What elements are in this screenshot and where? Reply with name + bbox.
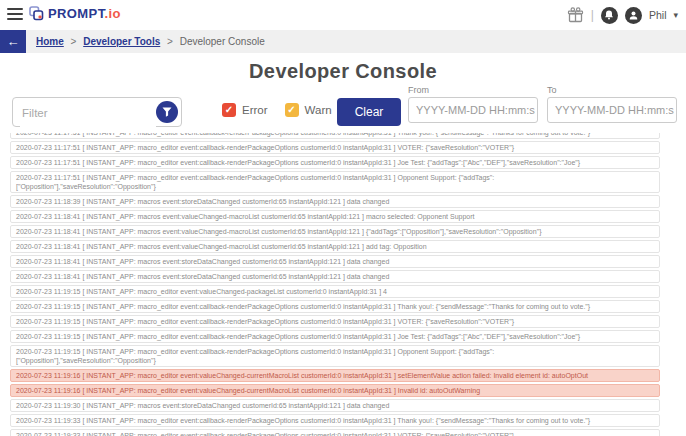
breadcrumb-home[interactable]: Home bbox=[36, 36, 64, 47]
log-row: 2020-07-23 11:18:41 [ INSTANT_APP: macro… bbox=[10, 210, 660, 223]
from-date-input[interactable] bbox=[408, 97, 538, 123]
from-date-field: From bbox=[408, 85, 540, 123]
error-filter-checkbox[interactable]: Error bbox=[222, 103, 268, 117]
log-row: 2020-07-23 11:19:33 [ INSTANT_APP: macro… bbox=[10, 429, 660, 436]
back-arrow-icon: ← bbox=[7, 34, 20, 49]
breadcrumb-separator: > bbox=[71, 36, 77, 47]
filter-input[interactable] bbox=[20, 99, 156, 127]
log-row: 2020-07-23 11:19:16 [ INSTANT_APP: macro… bbox=[10, 369, 660, 382]
clear-button[interactable]: Clear bbox=[337, 98, 401, 126]
error-checkbox-icon bbox=[222, 103, 236, 117]
breadcrumb-developer-tools[interactable]: Developer Tools bbox=[83, 36, 160, 47]
user-avatar-icon[interactable] bbox=[625, 7, 642, 24]
breadcrumb: Home > Developer Tools > Developer Conso… bbox=[36, 30, 265, 53]
breadcrumb-current: Developer Console bbox=[180, 36, 265, 47]
log-row: 2020-07-23 11:19:15 [ INSTANT_APP: macro… bbox=[10, 330, 660, 343]
to-date-input[interactable] bbox=[547, 97, 677, 123]
log-entries: 2020-07-23 11:17:51 [ INSTANT_APP: macro… bbox=[10, 133, 660, 436]
prompt-io-logo[interactable]: PROMPT.io bbox=[29, 6, 121, 21]
top-header: PROMPT.io | bbox=[0, 0, 686, 30]
log-row: 2020-07-23 11:19:15 [ INSTANT_APP: macro… bbox=[10, 345, 660, 367]
log-list[interactable]: 2020-07-23 11:17:51 [ INSTANT_APP: macro… bbox=[10, 133, 660, 436]
log-row: 2020-07-23 11:18:41 [ INSTANT_APP: macro… bbox=[10, 270, 660, 283]
error-checkbox-label: Error bbox=[242, 104, 268, 116]
to-date-field: To bbox=[547, 85, 679, 123]
developer-console-screen: PROMPT.io | bbox=[0, 0, 686, 436]
log-row: 2020-07-23 11:19:30 [ INSTANT_APP: macro… bbox=[10, 399, 660, 412]
to-label: To bbox=[547, 85, 679, 95]
warn-checkbox-label: Warn bbox=[305, 104, 332, 116]
log-row: 2020-07-23 11:18:41 [ INSTANT_APP: macro… bbox=[10, 255, 660, 268]
log-row: 2020-07-23 11:17:51 [ INSTANT_APP: macro… bbox=[10, 156, 660, 169]
gift-icon[interactable] bbox=[567, 7, 584, 24]
logo-text: PROMPT.io bbox=[48, 6, 121, 21]
log-row: 2020-07-23 11:17:51 [ INSTANT_APP: macro… bbox=[10, 171, 660, 193]
log-row: 2020-07-23 11:19:16 [ INSTANT_APP: macro… bbox=[10, 384, 660, 397]
filter-funnel-icon[interactable] bbox=[156, 101, 178, 123]
log-row: 2020-07-23 11:17:51 [ INSTANT_APP: macro… bbox=[10, 141, 660, 154]
log-row: 2020-07-23 11:19:33 [ INSTANT_APP: macro… bbox=[10, 414, 660, 427]
log-row: 2020-07-23 11:19:15 [ INSTANT_APP: macro… bbox=[10, 285, 660, 298]
warn-filter-checkbox[interactable]: Warn bbox=[285, 103, 332, 117]
filter-field bbox=[12, 97, 182, 127]
hamburger-menu-icon[interactable] bbox=[7, 8, 23, 21]
log-row: 2020-07-23 11:17:51 [ INSTANT_APP: macro… bbox=[10, 133, 660, 139]
warn-checkbox-icon bbox=[285, 103, 299, 117]
log-row: 2020-07-23 11:18:41 [ INSTANT_APP: macro… bbox=[10, 240, 660, 253]
page-title: Developer Console bbox=[0, 60, 686, 83]
log-row: 2020-07-23 11:19:15 [ INSTANT_APP: macro… bbox=[10, 300, 660, 313]
chevron-down-icon[interactable]: ▾ bbox=[673, 10, 678, 20]
user-menu-name[interactable]: Phil bbox=[649, 9, 667, 21]
log-row: 2020-07-23 11:18:41 [ INSTANT_APP: macro… bbox=[10, 225, 660, 238]
breadcrumb-bar: ← Home > Developer Tools > Developer Con… bbox=[0, 30, 686, 53]
log-row: 2020-07-23 11:19:15 [ INSTANT_APP: macro… bbox=[10, 315, 660, 328]
from-label: From bbox=[408, 85, 540, 95]
logo-squares-icon bbox=[29, 6, 44, 21]
log-row: 2020-07-23 11:18:39 [ INSTANT_APP: macro… bbox=[10, 195, 660, 208]
header-actions: | Phil ▾ bbox=[567, 0, 678, 30]
notifications-bell-icon[interactable] bbox=[601, 7, 618, 24]
breadcrumb-separator: > bbox=[167, 36, 173, 47]
header-divider: | bbox=[591, 8, 594, 22]
back-button[interactable]: ← bbox=[0, 30, 26, 53]
